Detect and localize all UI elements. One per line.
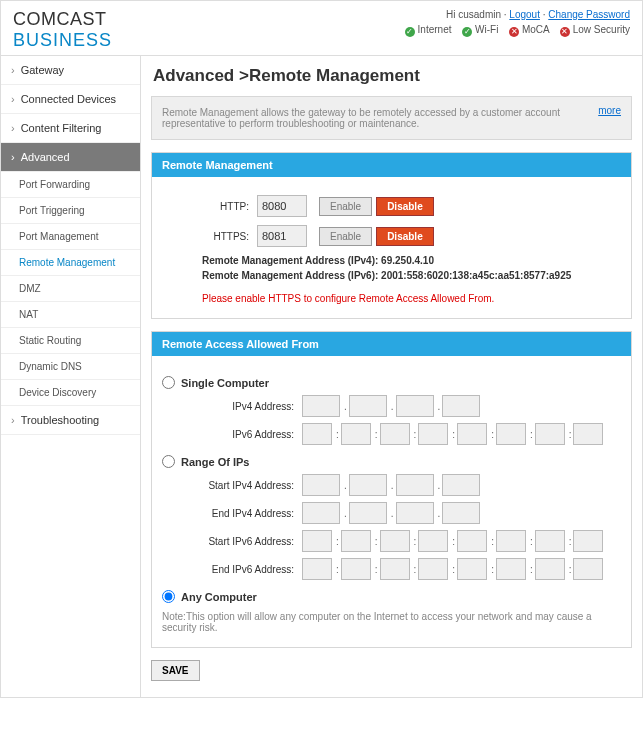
logout-link[interactable]: Logout <box>509 9 540 20</box>
ipv6-seg[interactable] <box>457 423 487 445</box>
ipv6-seg[interactable] <box>457 558 487 580</box>
change-password-link[interactable]: Change Password <box>548 9 630 20</box>
nav-static-routing[interactable]: Static Routing <box>1 328 140 354</box>
greeting: Hi cusadmin <box>446 9 501 20</box>
ipv4-seg[interactable] <box>349 474 387 496</box>
any-computer-note: Note:This option will allow any computer… <box>162 611 621 633</box>
ipv6-seg[interactable] <box>496 530 526 552</box>
logo-line2: BUSINESS <box>13 30 112 51</box>
ipv4-seg[interactable] <box>442 395 480 417</box>
range-of-ips-option[interactable]: Range Of IPs <box>162 455 621 468</box>
single-computer-radio[interactable] <box>162 376 175 389</box>
nav-port-triggering[interactable]: Port Triggering <box>1 198 140 224</box>
ipv4-seg[interactable] <box>302 474 340 496</box>
ipv6-seg[interactable] <box>457 530 487 552</box>
ipv6-seg[interactable] <box>341 530 371 552</box>
ipv6-seg[interactable] <box>380 423 410 445</box>
page-title: Advanced >Remote Management <box>153 66 632 86</box>
ipv6-seg[interactable] <box>341 558 371 580</box>
check-icon: ✓ <box>405 27 415 37</box>
nav-gateway[interactable]: Gateway <box>1 56 140 85</box>
https-warning: Please enable HTTPS to configure Remote … <box>202 293 621 304</box>
intro-text: Remote Management allows the gateway to … <box>162 107 560 129</box>
ipv6-seg[interactable] <box>341 423 371 445</box>
ipv4-seg[interactable] <box>349 502 387 524</box>
ipv6-seg[interactable] <box>573 423 603 445</box>
range-of-ips-radio[interactable] <box>162 455 175 468</box>
ipv6-seg[interactable] <box>496 558 526 580</box>
ipv4-address-line: Remote Management Address (IPv4): 69.250… <box>202 255 621 266</box>
https-port-input[interactable] <box>257 225 307 247</box>
x-icon: ✕ <box>509 27 519 37</box>
nav-troubleshooting[interactable]: Troubleshooting <box>1 406 140 435</box>
ipv6-label: IPv6 Address: <box>162 429 302 440</box>
any-computer-option[interactable]: Any Computer <box>162 590 621 603</box>
ipv6-seg[interactable] <box>380 558 410 580</box>
https-enable-button[interactable]: Enable <box>319 227 372 246</box>
ipv4-seg[interactable] <box>302 502 340 524</box>
nav-content-filtering[interactable]: Content Filtering <box>1 114 140 143</box>
nav-advanced[interactable]: Advanced <box>1 143 140 172</box>
ipv4-seg[interactable] <box>396 502 434 524</box>
nav-port-forwarding[interactable]: Port Forwarding <box>1 172 140 198</box>
logo-line1: COMCAST <box>13 9 112 30</box>
more-link[interactable]: more <box>598 105 621 116</box>
ipv6-seg[interactable] <box>302 530 332 552</box>
save-button[interactable]: SAVE <box>151 660 200 681</box>
end-ipv6-label: End IPv6 Address: <box>162 564 302 575</box>
ipv4-seg[interactable] <box>442 474 480 496</box>
status-security: Low Security <box>573 24 630 35</box>
start-ipv6-label: Start IPv6 Address: <box>162 536 302 547</box>
ipv6-seg[interactable] <box>535 558 565 580</box>
nav-connected-devices[interactable]: Connected Devices <box>1 85 140 114</box>
ipv6-address-line: Remote Management Address (IPv6): 2001:5… <box>202 270 621 281</box>
ipv4-seg[interactable] <box>349 395 387 417</box>
logo: COMCAST BUSINESS <box>13 9 112 51</box>
nav-dynamic-dns[interactable]: Dynamic DNS <box>1 354 140 380</box>
ipv6-seg[interactable] <box>418 423 448 445</box>
ipv6-seg[interactable] <box>418 558 448 580</box>
status-wifi: Wi-Fi <box>475 24 498 35</box>
ipv6-seg[interactable] <box>573 530 603 552</box>
ipv6-seg[interactable] <box>380 530 410 552</box>
allowed-from-header: Remote Access Allowed From <box>152 332 631 356</box>
x-icon: ✕ <box>560 27 570 37</box>
nav-remote-management[interactable]: Remote Management <box>1 250 140 276</box>
end-ipv4-label: End IPv4 Address: <box>162 508 302 519</box>
ipv6-seg[interactable] <box>418 530 448 552</box>
check-icon: ✓ <box>462 27 472 37</box>
http-label: HTTP: <box>162 201 257 212</box>
ipv4-seg[interactable] <box>396 395 434 417</box>
ipv6-seg[interactable] <box>573 558 603 580</box>
ipv4-seg[interactable] <box>396 474 434 496</box>
single-computer-option[interactable]: Single Computer <box>162 376 621 389</box>
ipv4-seg[interactable] <box>442 502 480 524</box>
remote-management-header: Remote Management <box>152 153 631 177</box>
ipv6-seg[interactable] <box>302 423 332 445</box>
nav-dmz[interactable]: DMZ <box>1 276 140 302</box>
ipv6-seg[interactable] <box>496 423 526 445</box>
https-label: HTTPS: <box>162 231 257 242</box>
http-enable-button[interactable]: Enable <box>319 197 372 216</box>
http-disable-button[interactable]: Disable <box>376 197 434 216</box>
https-disable-button[interactable]: Disable <box>376 227 434 246</box>
ipv4-seg[interactable] <box>302 395 340 417</box>
ipv6-seg[interactable] <box>302 558 332 580</box>
nav-device-discovery[interactable]: Device Discovery <box>1 380 140 406</box>
http-port-input[interactable] <box>257 195 307 217</box>
status-internet: Internet <box>418 24 452 35</box>
status-moca: MoCA <box>522 24 549 35</box>
ipv6-seg[interactable] <box>535 423 565 445</box>
ipv4-label: IPv4 Address: <box>162 401 302 412</box>
any-computer-radio[interactable] <box>162 590 175 603</box>
nav-nat[interactable]: NAT <box>1 302 140 328</box>
nav-port-management[interactable]: Port Management <box>1 224 140 250</box>
ipv6-seg[interactable] <box>535 530 565 552</box>
start-ipv4-label: Start IPv4 Address: <box>162 480 302 491</box>
